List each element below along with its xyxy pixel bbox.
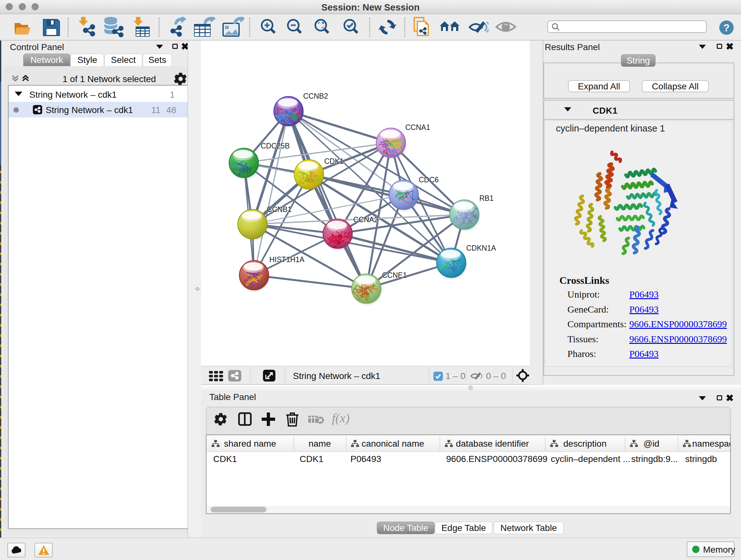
svg-text:RB1: RB1 [479, 194, 494, 202]
svg-text:CDKN1A: CDKN1A [466, 244, 496, 252]
svg-text:CDC25B: CDC25B [261, 142, 290, 150]
svg-text:CCNB2: CCNB2 [303, 92, 328, 100]
svg-text:CCNA2: CCNA2 [353, 215, 378, 224]
svg-text:CCNB1: CCNB1 [267, 205, 292, 213]
svg-text:CDC6: CDC6 [419, 176, 439, 184]
svg-text:HIST1H1A: HIST1H1A [269, 255, 305, 264]
svg-text:CDK1: CDK1 [324, 157, 344, 165]
svg-text:CCNE1: CCNE1 [382, 271, 407, 279]
svg-text:CCNA1: CCNA1 [405, 123, 430, 132]
